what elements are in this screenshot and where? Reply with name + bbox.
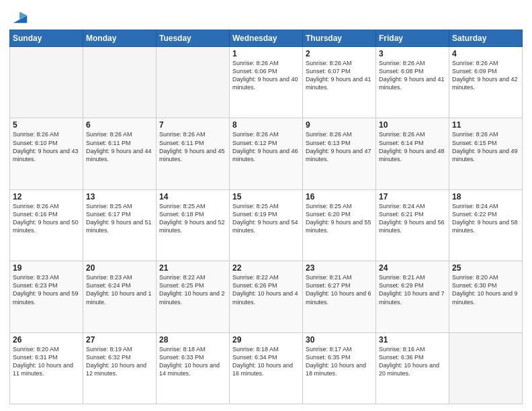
day-info: Sunrise: 8:24 AM Sunset: 6:21 PM Dayligh… xyxy=(379,202,446,235)
calendar-cell: 30Sunrise: 8:17 AM Sunset: 6:35 PM Dayli… xyxy=(303,332,376,404)
day-number: 10 xyxy=(379,120,446,130)
day-info: Sunrise: 8:22 AM Sunset: 6:26 PM Dayligh… xyxy=(232,273,300,306)
weekday-header-wednesday: Wednesday xyxy=(230,30,303,47)
weekday-header-friday: Friday xyxy=(376,30,449,47)
day-number: 14 xyxy=(159,192,226,201)
calendar-cell: 27Sunrise: 8:19 AM Sunset: 6:32 PM Dayli… xyxy=(83,332,157,404)
day-info: Sunrise: 8:21 AM Sunset: 6:27 PM Dayligh… xyxy=(306,273,373,306)
day-number: 27 xyxy=(86,335,153,345)
calendar-cell: 2Sunrise: 8:26 AM Sunset: 6:07 PM Daylig… xyxy=(303,47,376,118)
calendar-cell: 19Sunrise: 8:23 AM Sunset: 6:23 PM Dayli… xyxy=(10,261,83,332)
day-info: Sunrise: 8:21 AM Sunset: 6:29 PM Dayligh… xyxy=(379,273,446,306)
day-info: Sunrise: 8:25 AM Sunset: 6:17 PM Dayligh… xyxy=(86,202,153,235)
weekday-header-tuesday: Tuesday xyxy=(157,30,230,47)
day-number: 8 xyxy=(232,120,300,130)
calendar-week-4: 19Sunrise: 8:23 AM Sunset: 6:23 PM Dayli… xyxy=(10,261,523,332)
logo-icon xyxy=(11,7,30,26)
calendar-cell: 21Sunrise: 8:22 AM Sunset: 6:25 PM Dayli… xyxy=(157,261,230,332)
day-info: Sunrise: 8:20 AM Sunset: 6:31 PM Dayligh… xyxy=(13,345,80,378)
calendar-cell xyxy=(83,47,157,118)
day-number: 1 xyxy=(232,49,300,58)
calendar-cell: 7Sunrise: 8:26 AM Sunset: 6:11 PM Daylig… xyxy=(157,118,230,189)
calendar-cell: 14Sunrise: 8:25 AM Sunset: 6:18 PM Dayli… xyxy=(157,189,230,261)
weekday-header-saturday: Saturday xyxy=(449,30,523,47)
weekday-header-row: SundayMondayTuesdayWednesdayThursdayFrid… xyxy=(10,30,523,47)
day-info: Sunrise: 8:25 AM Sunset: 6:18 PM Dayligh… xyxy=(159,202,226,235)
calendar-cell: 9Sunrise: 8:26 AM Sunset: 6:13 PM Daylig… xyxy=(303,118,376,189)
day-number: 30 xyxy=(306,335,373,345)
day-number: 15 xyxy=(232,192,300,201)
day-number: 13 xyxy=(86,192,153,201)
day-info: Sunrise: 8:18 AM Sunset: 6:34 PM Dayligh… xyxy=(232,345,300,378)
day-number: 7 xyxy=(159,120,226,130)
day-number: 11 xyxy=(452,120,519,130)
calendar-week-1: 1Sunrise: 8:26 AM Sunset: 6:06 PM Daylig… xyxy=(10,47,523,118)
day-info: Sunrise: 8:16 AM Sunset: 6:36 PM Dayligh… xyxy=(379,345,446,378)
day-number: 4 xyxy=(452,49,519,58)
day-info: Sunrise: 8:26 AM Sunset: 6:12 PM Dayligh… xyxy=(232,130,300,163)
day-number: 25 xyxy=(452,263,519,273)
day-info: Sunrise: 8:19 AM Sunset: 6:32 PM Dayligh… xyxy=(86,345,153,378)
calendar-table: SundayMondayTuesdayWednesdayThursdayFrid… xyxy=(9,30,523,404)
day-number: 24 xyxy=(379,263,446,273)
day-info: Sunrise: 8:23 AM Sunset: 6:24 PM Dayligh… xyxy=(86,273,153,306)
day-number: 9 xyxy=(306,120,373,130)
day-info: Sunrise: 8:26 AM Sunset: 6:11 PM Dayligh… xyxy=(159,130,226,163)
header xyxy=(9,7,523,26)
day-number: 31 xyxy=(379,335,446,345)
day-info: Sunrise: 8:26 AM Sunset: 6:07 PM Dayligh… xyxy=(306,59,373,92)
calendar-cell: 13Sunrise: 8:25 AM Sunset: 6:17 PM Dayli… xyxy=(83,189,157,261)
day-info: Sunrise: 8:18 AM Sunset: 6:33 PM Dayligh… xyxy=(159,345,226,378)
day-number: 22 xyxy=(232,263,300,273)
calendar-cell: 25Sunrise: 8:20 AM Sunset: 6:30 PM Dayli… xyxy=(449,261,523,332)
day-info: Sunrise: 8:25 AM Sunset: 6:20 PM Dayligh… xyxy=(306,202,373,235)
calendar-cell xyxy=(10,47,83,118)
calendar-cell: 18Sunrise: 8:24 AM Sunset: 6:22 PM Dayli… xyxy=(449,189,523,261)
calendar-cell: 22Sunrise: 8:22 AM Sunset: 6:26 PM Dayli… xyxy=(230,261,303,332)
calendar-cell xyxy=(449,332,523,404)
day-info: Sunrise: 8:24 AM Sunset: 6:22 PM Dayligh… xyxy=(452,202,519,235)
calendar-cell: 4Sunrise: 8:26 AM Sunset: 6:09 PM Daylig… xyxy=(449,47,523,118)
calendar-cell: 1Sunrise: 8:26 AM Sunset: 6:06 PM Daylig… xyxy=(230,47,303,118)
calendar-cell: 17Sunrise: 8:24 AM Sunset: 6:21 PM Dayli… xyxy=(376,189,449,261)
day-info: Sunrise: 8:22 AM Sunset: 6:25 PM Dayligh… xyxy=(159,273,226,306)
day-number: 21 xyxy=(159,263,226,273)
day-number: 29 xyxy=(232,335,300,345)
day-info: Sunrise: 8:26 AM Sunset: 6:16 PM Dayligh… xyxy=(13,202,80,235)
calendar-cell: 24Sunrise: 8:21 AM Sunset: 6:29 PM Dayli… xyxy=(376,261,449,332)
day-info: Sunrise: 8:26 AM Sunset: 6:11 PM Dayligh… xyxy=(86,130,153,163)
day-number: 18 xyxy=(452,192,519,201)
day-number: 19 xyxy=(13,263,80,273)
day-info: Sunrise: 8:26 AM Sunset: 6:15 PM Dayligh… xyxy=(452,130,519,163)
day-number: 16 xyxy=(306,192,373,201)
calendar-cell: 8Sunrise: 8:26 AM Sunset: 6:12 PM Daylig… xyxy=(230,118,303,189)
weekday-header-sunday: Sunday xyxy=(10,30,83,47)
day-number: 23 xyxy=(306,263,373,273)
day-info: Sunrise: 8:26 AM Sunset: 6:09 PM Dayligh… xyxy=(452,59,519,92)
calendar-cell: 23Sunrise: 8:21 AM Sunset: 6:27 PM Dayli… xyxy=(303,261,376,332)
day-number: 17 xyxy=(379,192,446,201)
day-number: 26 xyxy=(13,335,80,345)
day-info: Sunrise: 8:17 AM Sunset: 6:35 PM Dayligh… xyxy=(306,345,373,378)
calendar-cell: 28Sunrise: 8:18 AM Sunset: 6:33 PM Dayli… xyxy=(157,332,230,404)
day-info: Sunrise: 8:26 AM Sunset: 6:14 PM Dayligh… xyxy=(379,130,446,163)
calendar-cell: 5Sunrise: 8:26 AM Sunset: 6:10 PM Daylig… xyxy=(10,118,83,189)
day-number: 6 xyxy=(86,120,153,130)
day-info: Sunrise: 8:26 AM Sunset: 6:13 PM Dayligh… xyxy=(306,130,373,163)
weekday-header-thursday: Thursday xyxy=(303,30,376,47)
calendar-cell: 6Sunrise: 8:26 AM Sunset: 6:11 PM Daylig… xyxy=(83,118,157,189)
day-number: 2 xyxy=(306,49,373,58)
logo xyxy=(9,9,30,26)
day-info: Sunrise: 8:20 AM Sunset: 6:30 PM Dayligh… xyxy=(452,273,519,306)
day-number: 3 xyxy=(379,49,446,58)
day-number: 28 xyxy=(159,335,226,345)
day-info: Sunrise: 8:25 AM Sunset: 6:19 PM Dayligh… xyxy=(232,202,300,235)
day-info: Sunrise: 8:26 AM Sunset: 6:10 PM Dayligh… xyxy=(13,130,80,163)
weekday-header-monday: Monday xyxy=(83,30,157,47)
day-info: Sunrise: 8:23 AM Sunset: 6:23 PM Dayligh… xyxy=(13,273,80,306)
day-number: 12 xyxy=(13,192,80,201)
calendar-cell: 15Sunrise: 8:25 AM Sunset: 6:19 PM Dayli… xyxy=(230,189,303,261)
calendar-week-2: 5Sunrise: 8:26 AM Sunset: 6:10 PM Daylig… xyxy=(10,118,523,189)
day-number: 5 xyxy=(13,120,80,130)
calendar-cell: 10Sunrise: 8:26 AM Sunset: 6:14 PM Dayli… xyxy=(376,118,449,189)
